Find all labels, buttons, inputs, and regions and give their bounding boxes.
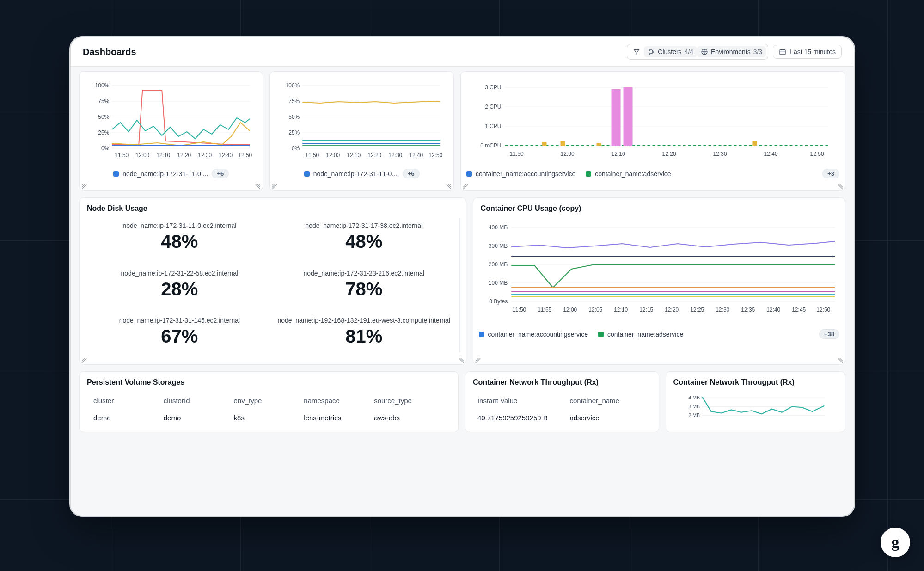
line-chart-1: 100% 75% 50% 25% 0%	[85, 76, 257, 164]
filter-button[interactable]	[629, 46, 644, 57]
table-row[interactable]: 40.71759259259259 B adservice	[471, 409, 653, 426]
resize-handle-icon[interactable]	[463, 183, 468, 189]
legend-swatch	[479, 332, 484, 337]
svg-text:12:40: 12:40	[766, 307, 780, 313]
svg-text:2 CPU: 2 CPU	[485, 104, 501, 110]
disk-cell: node_name:ip-172-31-11-0.ec2.internal48%	[90, 222, 269, 258]
svg-text:12:50: 12:50	[810, 151, 824, 157]
disk-cell: node_name:ip-172-31-22-58.ec2.internal28…	[90, 270, 269, 305]
svg-text:11:55: 11:55	[538, 307, 551, 313]
resize-handle-icon[interactable]	[272, 183, 277, 189]
legend-more-pill[interactable]: +38	[819, 329, 839, 339]
table-row[interactable]: demodemo k8slens-metrics aws-ebs	[85, 408, 453, 427]
resize-handle-icon[interactable]	[838, 183, 843, 189]
svg-text:300 MB: 300 MB	[488, 243, 507, 249]
svg-text:12:20: 12:20	[368, 152, 382, 159]
resize-handle-icon[interactable]	[446, 183, 452, 189]
resize-handle-icon[interactable]	[81, 183, 87, 189]
svg-text:12:30: 12:30	[389, 152, 403, 159]
environments-filter[interactable]: Environments 3/3	[697, 46, 766, 57]
header-controls: Clusters 4/4 Environments 3/3 Last 15 mi…	[627, 44, 842, 60]
svg-text:12:00: 12:00	[135, 152, 149, 159]
svg-text:12:15: 12:15	[639, 307, 653, 313]
svg-text:0 mCPU: 0 mCPU	[480, 142, 501, 149]
bar-chart-cpu: 3 CPU 2 CPU 1 CPU 0 mCPU	[466, 76, 839, 164]
svg-text:12:00: 12:00	[563, 307, 577, 313]
resize-handle-icon[interactable]	[459, 357, 464, 362]
cpu-copy-card: Container CPU Usage (copy) 400 MB 300 MB…	[473, 197, 845, 365]
svg-text:12:10: 12:10	[614, 307, 628, 313]
svg-text:50%: 50%	[98, 114, 109, 120]
svg-text:12:25: 12:25	[690, 307, 704, 313]
table-header: clusterclusterId env_typenamespace sourc…	[85, 392, 453, 408]
line-chart-memory: 400 MB 300 MB 200 MB 100 MB 0 Bytes	[479, 218, 839, 325]
card-title: Persistent Volume Storages	[87, 378, 453, 387]
svg-text:12:50: 12:50	[238, 152, 252, 159]
svg-text:3 MB: 3 MB	[688, 404, 700, 409]
legend-label: node_name:ip-172-31-11-0....	[122, 170, 208, 178]
svg-text:0%: 0%	[101, 145, 110, 152]
svg-text:12:40: 12:40	[410, 152, 423, 159]
filter-group: Clusters 4/4 Environments 3/3	[627, 44, 768, 60]
svg-text:25%: 25%	[289, 129, 300, 136]
disk-cell: node_name:ip-172-31-31-145.ec2.internal6…	[90, 317, 269, 352]
time-range-picker[interactable]: Last 15 minutes	[773, 45, 842, 59]
brand-badge[interactable]: g	[881, 528, 910, 557]
legend-more-pill[interactable]: +6	[212, 169, 229, 178]
disk-cell: node_name:ip-172-31-17-38.ec2.internal48…	[274, 222, 454, 258]
clusters-label: Clusters	[658, 48, 681, 55]
card-title: Container CPU Usage (copy)	[481, 204, 839, 213]
svg-text:4 MB: 4 MB	[688, 395, 700, 400]
legend-item: container_name:accountingservice	[479, 331, 588, 338]
legend-item: container_name:accountingservice	[466, 170, 575, 178]
content-area: 100% 75% 50% 25% 0%	[71, 67, 854, 516]
svg-text:12:05: 12:05	[588, 307, 602, 313]
svg-text:11:50: 11:50	[512, 307, 526, 313]
legend-swatch	[466, 171, 472, 177]
resize-handle-icon[interactable]	[838, 357, 843, 362]
legend-swatch	[598, 332, 604, 337]
svg-text:25%: 25%	[98, 129, 109, 136]
funnel-icon	[633, 48, 640, 55]
row-top-charts: 100% 75% 50% 25% 0%	[79, 71, 845, 191]
legend: container_name:accountingservice contain…	[466, 169, 839, 178]
legend-item: container_name:adservice	[586, 170, 671, 178]
svg-text:12:10: 12:10	[611, 151, 625, 157]
svg-text:12:35: 12:35	[741, 307, 755, 313]
svg-point-0	[649, 49, 650, 51]
topbar: Dashboards Clusters 4/4 Environments 3/3	[71, 37, 854, 67]
net-rx-table-card: Container Network Throughput (Rx) Instan…	[465, 371, 659, 432]
svg-text:400 MB: 400 MB	[488, 224, 507, 231]
svg-rect-49	[560, 141, 565, 146]
storages-table: clusterclusterId env_typenamespace sourc…	[85, 392, 453, 427]
time-label: Last 15 minutes	[790, 48, 836, 55]
svg-text:12:30: 12:30	[713, 151, 727, 157]
legend-more-pill[interactable]: +6	[403, 169, 420, 178]
svg-text:1 CPU: 1 CPU	[485, 123, 501, 129]
legend-more-pill[interactable]: +3	[822, 169, 839, 178]
svg-rect-51	[752, 141, 757, 146]
page-title: Dashboards	[83, 47, 136, 57]
legend: container_name:accountingservice contain…	[479, 329, 839, 339]
svg-text:12:10: 12:10	[347, 152, 361, 159]
resize-handle-icon[interactable]	[255, 183, 261, 189]
svg-text:12:20: 12:20	[177, 152, 191, 159]
legend-label: node_name:ip-172-31-11-0....	[313, 170, 399, 178]
svg-text:0 Bytes: 0 Bytes	[489, 298, 508, 305]
svg-text:12:20: 12:20	[665, 307, 679, 313]
svg-point-1	[649, 53, 650, 55]
svg-text:11:50: 11:50	[509, 151, 523, 157]
svg-text:11:50: 11:50	[115, 152, 129, 159]
svg-text:2 MB: 2 MB	[688, 412, 700, 418]
resize-handle-icon[interactable]	[475, 357, 481, 362]
svg-text:12:10: 12:10	[156, 152, 170, 159]
svg-rect-53	[623, 87, 632, 146]
env-count: 3/3	[753, 48, 762, 55]
clusters-filter[interactable]: Clusters 4/4	[644, 46, 697, 57]
svg-text:12:40: 12:40	[219, 152, 233, 159]
row-middle: Node Disk Usage node_name:ip-172-31-11-0…	[79, 197, 845, 365]
chart-card-2: 100% 75% 50% 25% 0%	[269, 71, 453, 191]
line-chart-net-rx: 4 MB 3 MB 2 MB	[672, 392, 839, 424]
chart-card-3: 3 CPU 2 CPU 1 CPU 0 mCPU	[460, 71, 845, 191]
resize-handle-icon[interactable]	[81, 357, 87, 362]
